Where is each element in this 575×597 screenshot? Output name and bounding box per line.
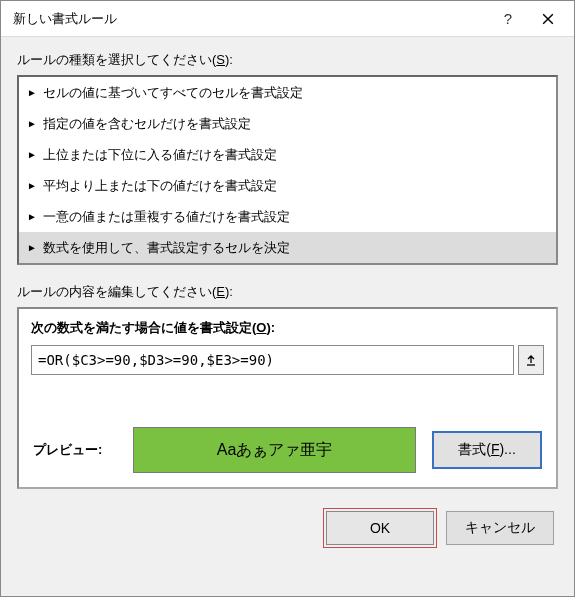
- rule-type-item[interactable]: ►一意の値または重複する値だけを書式設定: [19, 201, 556, 232]
- edit-rule-box: 次の数式を満たす場合に値を書式設定(O): プレビュー: Aaあぁアァ亜宇 書式…: [17, 307, 558, 489]
- edit-rule-label: ルールの内容を編集してください(E):: [17, 283, 558, 301]
- rule-type-item[interactable]: ►平均より上または下の値だけを書式設定: [19, 170, 556, 201]
- cancel-button[interactable]: キャンセル: [446, 511, 554, 545]
- rule-type-list[interactable]: ►セルの値に基づいてすべてのセルを書式設定 ►指定の値を含むセルだけを書式設定 …: [17, 75, 558, 265]
- arrow-icon: ►: [27, 87, 37, 98]
- help-button[interactable]: ?: [488, 1, 528, 37]
- arrow-icon: ►: [27, 149, 37, 160]
- close-button[interactable]: [528, 1, 568, 37]
- format-button[interactable]: 書式(F)...: [432, 431, 542, 469]
- collapse-icon: [525, 354, 537, 366]
- ok-button[interactable]: OK: [326, 511, 434, 545]
- rule-type-item[interactable]: ►上位または下位に入る値だけを書式設定: [19, 139, 556, 170]
- rule-type-item[interactable]: ►指定の値を含むセルだけを書式設定: [19, 108, 556, 139]
- arrow-icon: ►: [27, 242, 37, 253]
- close-icon: [542, 13, 554, 25]
- window-title: 新しい書式ルール: [13, 10, 488, 28]
- rule-type-item[interactable]: ►セルの値に基づいてすべてのセルを書式設定: [19, 77, 556, 108]
- preview-label: プレビュー:: [33, 441, 133, 459]
- dialog-content: ルールの種類を選択してください(S): ►セルの値に基づいてすべてのセルを書式設…: [1, 37, 574, 561]
- rule-type-label: ルールの種類を選択してください(S):: [17, 51, 558, 69]
- preview-swatch: Aaあぁアァ亜宇: [133, 427, 416, 473]
- arrow-icon: ►: [27, 211, 37, 222]
- formula-input[interactable]: [31, 345, 514, 375]
- arrow-icon: ►: [27, 180, 37, 191]
- range-picker-button[interactable]: [518, 345, 544, 375]
- formula-label: 次の数式を満たす場合に値を書式設定(O):: [31, 319, 544, 337]
- rule-type-item-selected[interactable]: ►数式を使用して、書式設定するセルを決定: [19, 232, 556, 263]
- titlebar: 新しい書式ルール ?: [1, 1, 574, 37]
- arrow-icon: ►: [27, 118, 37, 129]
